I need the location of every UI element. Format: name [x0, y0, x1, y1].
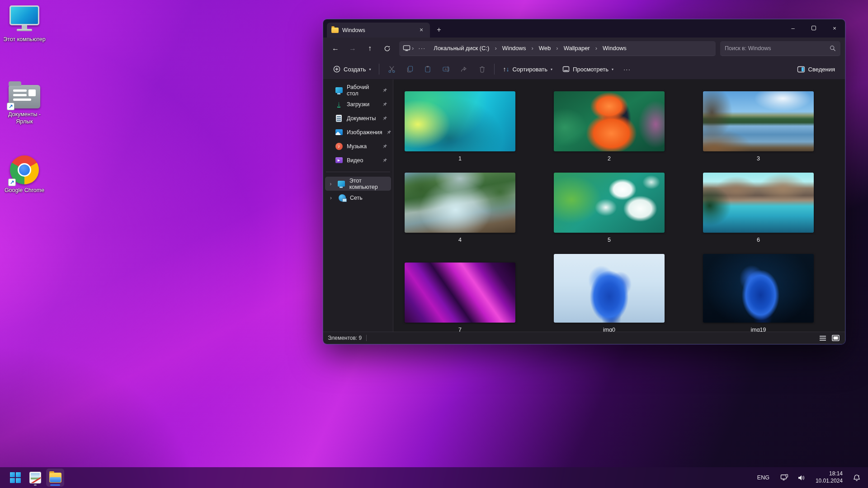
new-button[interactable]: Создать ▾: [329, 62, 375, 76]
breadcrumb-item-wallpaper[interactable]: Wallpaper: [560, 43, 594, 53]
sidebar-item-videos[interactable]: ▶ Видео: [325, 153, 391, 167]
status-bar: Элементов: 9: [323, 332, 845, 344]
downloads-icon: ↓: [335, 100, 343, 108]
file-label: img19: [750, 327, 766, 332]
documents-folder-icon: ↗: [9, 85, 40, 108]
focus-assist-bell-icon: z: [853, 474, 861, 482]
sidebar-item-network[interactable]: › Сеть: [325, 191, 391, 205]
cut-button[interactable]: [383, 61, 400, 77]
file-item[interactable]: 6: [703, 173, 814, 243]
window-titlebar[interactable]: Windows × + – ×: [323, 19, 845, 38]
sidebar-item-this-pc[interactable]: › Этот компьютер: [325, 177, 391, 191]
status-divider: [366, 335, 367, 341]
close-button[interactable]: ×: [824, 19, 845, 37]
sidebar-item-desktop[interactable]: Рабочий стол: [325, 83, 391, 97]
file-item[interactable]: 7: [405, 263, 515, 332]
paint-app-icon: [29, 472, 41, 483]
sidebar-item-pictures[interactable]: Изображения: [325, 125, 391, 139]
network-tray-button[interactable]: [779, 473, 789, 483]
notification-center-button[interactable]: z: [852, 473, 862, 483]
details-pane-button[interactable]: Сведения: [793, 63, 840, 76]
shortcut-arrow-icon: ↗: [7, 103, 14, 110]
tab-close-icon[interactable]: ×: [417, 26, 425, 34]
file-thumbnail: [554, 91, 665, 151]
share-button[interactable]: [455, 61, 472, 77]
file-label: 1: [458, 155, 462, 162]
file-thumbnail: [554, 254, 665, 323]
speaker-icon: [797, 474, 805, 481]
breadcrumb-item-windows[interactable]: Windows: [498, 43, 530, 53]
file-list-area[interactable]: 1 2 3 4 5: [393, 80, 845, 332]
sidebar-item-music[interactable]: ♪ Музыка: [325, 139, 391, 153]
desktop-icon-this-pc[interactable]: Этот компьютер: [0, 5, 49, 43]
expand-chevron-icon[interactable]: ›: [328, 194, 334, 201]
minimize-button[interactable]: –: [783, 19, 803, 37]
sidebar-item-label: Музыка: [347, 143, 367, 150]
language-indicator[interactable]: ENG: [755, 473, 772, 483]
back-button[interactable]: ←: [328, 41, 343, 56]
file-thumbnail: [405, 263, 515, 323]
active-indicator: [50, 484, 60, 486]
sidebar-item-documents[interactable]: Документы: [325, 111, 391, 125]
file-item[interactable]: 3: [703, 91, 814, 162]
breadcrumb-item-web[interactable]: Web: [535, 43, 555, 53]
toolbar-divider: [379, 64, 379, 75]
rename-button[interactable]: A: [437, 61, 454, 77]
network-icon: [338, 194, 346, 202]
file-thumbnail: [405, 91, 515, 151]
this-pc-icon: [9, 5, 39, 33]
command-toolbar: Создать ▾: [323, 59, 845, 80]
desktop-icon-documents-shortcut[interactable]: ↗ Документы - Ярлык: [0, 81, 49, 125]
breadcrumb-overflow-button[interactable]: ···: [415, 45, 429, 52]
breadcrumb-item-current[interactable]: Windows: [599, 43, 631, 53]
view-button[interactable]: Просмотреть ▾: [558, 63, 618, 76]
desktop-icon-google-chrome[interactable]: ↗ Google Chrome: [0, 153, 49, 194]
paste-button[interactable]: [419, 61, 436, 77]
explorer-tab[interactable]: Windows ×: [327, 23, 430, 38]
taskbar-app-file-explorer[interactable]: [46, 469, 64, 487]
desktop[interactable]: Этот компьютер ↗ Документы - Ярлык ↗ Goo…: [0, 0, 868, 488]
chevron-right-icon: ›: [494, 45, 497, 52]
clock[interactable]: 18:14 10.01.2024: [814, 469, 844, 485]
search-box[interactable]: [720, 41, 840, 56]
delete-button[interactable]: [473, 61, 491, 77]
maximize-button[interactable]: [803, 19, 824, 37]
expand-chevron-icon[interactable]: ›: [328, 180, 334, 187]
rename-icon: A: [442, 66, 450, 73]
pin-icon: [382, 88, 387, 93]
sort-button[interactable]: ↑↓ Сортировать ▾: [498, 62, 557, 76]
taskbar-app-paint[interactable]: [26, 469, 44, 487]
list-view-toggle[interactable]: [818, 334, 828, 342]
file-item[interactable]: 1: [405, 91, 515, 162]
sidebar-item-label: Этот компьютер: [349, 178, 387, 190]
file-explorer-icon: [49, 473, 61, 483]
this-pc-icon: [403, 45, 410, 52]
copy-button[interactable]: [401, 61, 418, 77]
thumbnail-view-toggle[interactable]: [830, 334, 840, 342]
sidebar-item-downloads[interactable]: ↓ Загрузки: [325, 97, 391, 111]
new-button-label: Создать: [344, 66, 366, 73]
forward-button[interactable]: →: [345, 41, 360, 56]
address-bar[interactable]: › ··· Локальный диск (C:) › Windows › We…: [399, 41, 716, 56]
chevron-down-icon: ▾: [551, 67, 552, 71]
volume-tray-button[interactable]: [797, 473, 807, 483]
file-item[interactable]: img0: [554, 254, 665, 332]
search-input[interactable]: [725, 45, 830, 52]
breadcrumb-item-drive[interactable]: Локальный диск (C:): [429, 43, 493, 53]
up-button[interactable]: ↑: [362, 41, 377, 56]
refresh-button[interactable]: [379, 41, 395, 56]
view-button-label: Просмотреть: [573, 66, 609, 73]
start-button[interactable]: [6, 469, 24, 487]
file-item[interactable]: 2: [554, 91, 665, 162]
file-item[interactable]: img19: [703, 254, 814, 332]
file-item[interactable]: 5: [554, 173, 665, 243]
file-thumbnail: [703, 91, 814, 151]
chevron-down-icon: ▾: [612, 67, 613, 71]
this-pc-icon: [338, 180, 345, 188]
more-options-button[interactable]: ···: [619, 63, 635, 76]
file-item[interactable]: 4: [405, 173, 515, 243]
new-tab-button[interactable]: +: [433, 23, 445, 36]
file-explorer-window: Windows × + – × ← → ↑: [323, 19, 845, 344]
file-thumbnail: [554, 173, 665, 233]
file-thumbnail: [405, 173, 515, 233]
